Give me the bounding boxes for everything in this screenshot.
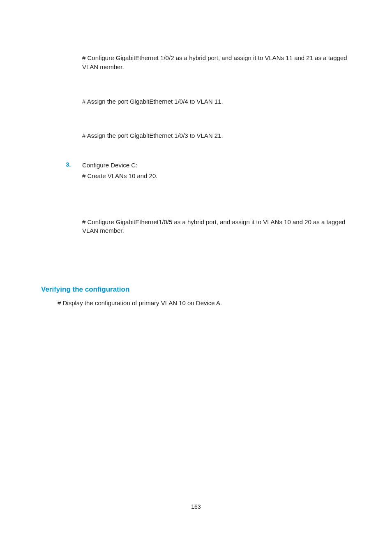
page-number: 163: [0, 503, 392, 510]
paragraph-configure-ge-1-0-5: # Configure GigabitEthernet1/0/5 as a hy…: [82, 218, 351, 236]
paragraph-configure-ge-1-0-2: # Configure GigabitEthernet 1/0/2 as a h…: [82, 53, 351, 72]
heading-verifying-configuration: Verifying the configuration: [41, 285, 351, 294]
step-sub-create-vlans: # Create VLANs 10 and 20.: [82, 171, 351, 181]
step-title: Configure Device C:: [82, 161, 137, 170]
step-3-row: 3. Configure Device C:: [66, 161, 351, 170]
paragraph-display-primary-vlan-10: # Display the configuration of primary V…: [58, 299, 351, 308]
paragraph-assign-ge-1-0-3: # Assign the port GigabitEthernet 1/0/3 …: [82, 131, 351, 140]
paragraph-assign-ge-1-0-4: # Assign the port GigabitEthernet 1/0/4 …: [82, 97, 351, 106]
step-number: 3.: [66, 161, 82, 170]
